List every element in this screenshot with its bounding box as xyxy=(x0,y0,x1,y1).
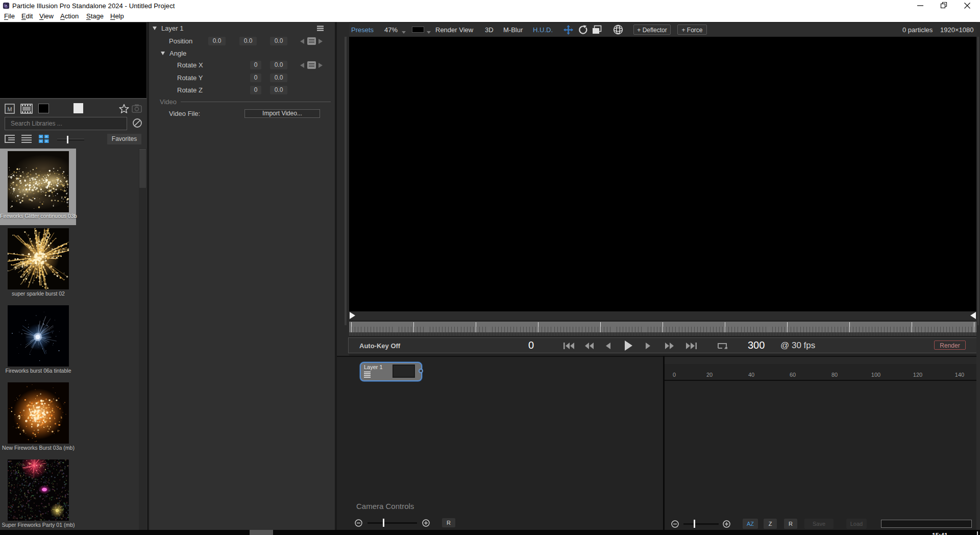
svg-text:M: M xyxy=(7,106,12,112)
